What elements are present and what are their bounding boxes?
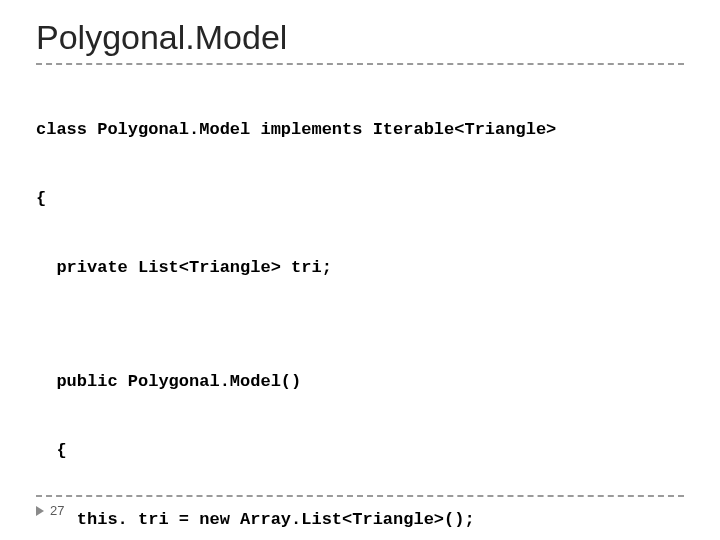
code-block: class Polygonal.Model implements Iterabl… — [36, 73, 684, 540]
code-line: class Polygonal.Model implements Iterabl… — [36, 119, 684, 142]
code-line: public Polygonal.Model() — [36, 371, 684, 394]
code-line: { — [36, 440, 684, 463]
code-line: { — [36, 188, 684, 211]
code-line: private List<Triangle> tri; — [36, 257, 684, 280]
slide-title: Polygonal.Model — [36, 18, 684, 57]
slide-footer: 27 — [36, 495, 684, 518]
page-number: 27 — [50, 503, 64, 518]
title-divider — [36, 63, 684, 65]
arrow-right-icon — [36, 506, 44, 516]
